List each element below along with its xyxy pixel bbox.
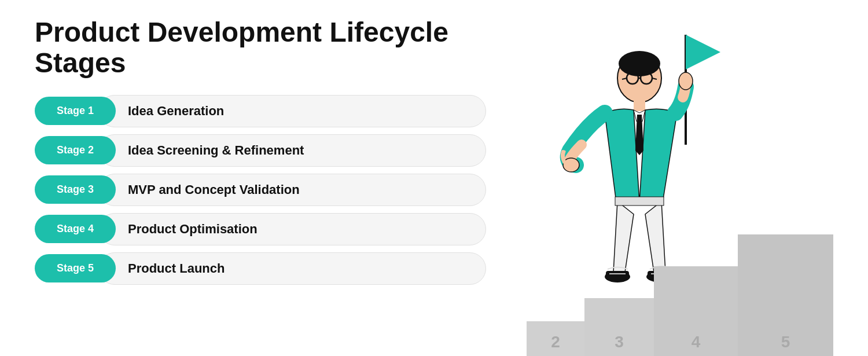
svg-rect-9 [634,101,645,111]
stage-row-5: Stage 5Product Launch [35,252,486,285]
stage-5-badge: Stage 5 [35,254,116,282]
stage-3-label: MVP and Concept Validation [98,174,486,206]
svg-point-13 [679,72,693,90]
svg-rect-14 [615,197,664,205]
step-3-number: 3 [615,333,624,351]
step-5: 5 [738,234,833,356]
svg-marker-1 [686,35,720,69]
left-section: Product Development Lifecycle Stages Sta… [35,17,486,356]
page-title: Product Development Lifecycle Stages [35,17,486,79]
stages-list: Stage 1Idea GenerationStage 2Idea Screen… [35,95,486,285]
stage-row-2: Stage 2Idea Screening & Refinement [35,134,486,167]
stage-5-label: Product Launch [98,252,486,285]
svg-point-3 [619,51,660,76]
step-4-number: 4 [692,333,701,351]
stage-2-badge: Stage 2 [35,136,116,164]
stage-row-4: Stage 4Product Optimisation [35,213,486,245]
stage-row-3: Stage 3MVP and Concept Validation [35,174,486,206]
step-5-number: 5 [781,333,790,351]
podium: 2 3 4 5 [527,234,833,356]
step-2: 2 [527,321,584,356]
main-container: Product Development Lifecycle Stages Sta… [0,0,868,356]
step-3: 3 [584,298,654,356]
stage-1-label: Idea Generation [98,95,486,127]
stage-2-label: Idea Screening & Refinement [98,134,486,167]
stage-row-1: Stage 1Idea Generation [35,95,486,127]
stage-4-badge: Stage 4 [35,215,116,243]
stage-3-badge: Stage 3 [35,175,116,204]
step-4: 4 [654,266,738,356]
stage-4-label: Product Optimisation [98,213,486,245]
right-section: 2 3 4 5 [486,17,833,356]
step-2-number: 2 [551,333,560,351]
stage-1-badge: Stage 1 [35,97,116,125]
